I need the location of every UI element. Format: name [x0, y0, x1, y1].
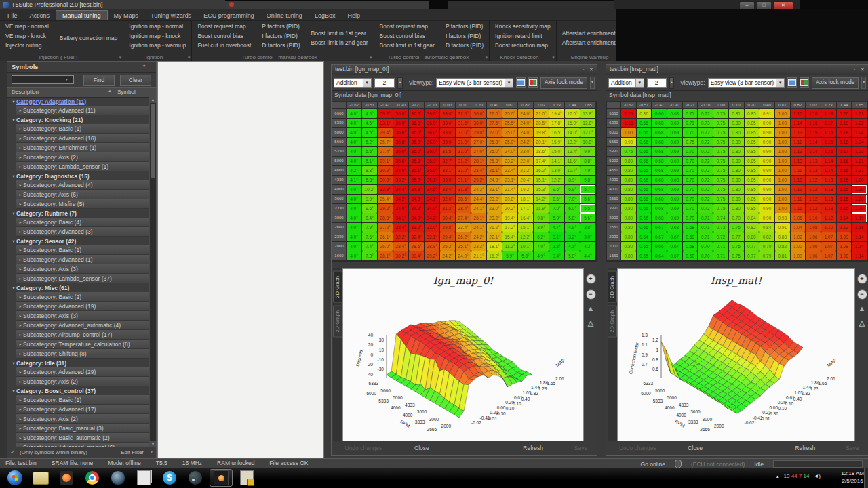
edit-filter-link[interactable]: Edit Filter: [121, 449, 144, 455]
grid-cell[interactable]: 0.90: [760, 147, 774, 156]
grid-cell[interactable]: 1.15: [791, 109, 806, 118]
grid-cell[interactable]: 0.85: [745, 128, 760, 137]
grid-cell[interactable]: 1.08: [837, 242, 852, 251]
zoom-out-icon[interactable]: −: [857, 289, 867, 300]
grid-cell[interactable]: 7.0°: [565, 195, 580, 203]
grid-cell[interactable]: 0.79: [729, 214, 744, 222]
grid-cell[interactable]: 1.25: [621, 109, 636, 118]
close-button[interactable]: Close: [688, 445, 703, 451]
zoom-in-icon[interactable]: +: [586, 274, 596, 284]
grid-cell[interactable]: 0.85: [745, 157, 760, 165]
grid-cell[interactable]: 0.75: [713, 119, 728, 127]
grid-row-header[interactable]: 2660: [332, 223, 346, 232]
tree-item-subcategory-axis-2[interactable]: ▸Subcategory: Axis (2): [16, 152, 149, 162]
grid-cell[interactable]: 1.16: [837, 166, 852, 175]
compare-map-button[interactable]: [528, 77, 538, 88]
tree-item-subcategory-airpump-control-17[interactable]: ▸Subcategory: Airpump_control (17): [16, 330, 149, 340]
grid-cell[interactable]: 2.8°: [549, 242, 564, 251]
grid-cell[interactable]: 29.8°: [440, 223, 455, 232]
close-button[interactable]: Close: [414, 445, 429, 451]
grid-column-header[interactable]: -0.62: [347, 102, 361, 108]
grid-cell[interactable]: 0.66: [637, 147, 652, 156]
grid-cell[interactable]: 0.85: [745, 138, 760, 146]
grid-cell[interactable]: 34.9°: [393, 166, 408, 175]
grid-cell[interactable]: 8.9°: [565, 176, 580, 184]
ribbon-item-knock-sensitivity-map[interactable]: Knock sensitivity map: [494, 23, 552, 30]
grid-row-header[interactable]: 4330: [332, 176, 346, 184]
grid-cell[interactable]: 4.0°: [347, 147, 361, 156]
grid-cell[interactable]: 0.70: [698, 251, 713, 260]
grid-cell[interactable]: 4.2°: [347, 166, 361, 175]
grid-cell[interactable]: 28.4°: [456, 204, 471, 213]
grid-cell[interactable]: 1.11: [791, 195, 806, 203]
grid-cell[interactable]: 36.0°: [393, 119, 408, 127]
menu-tab-actions[interactable]: Actions: [24, 11, 56, 20]
grid-cell[interactable]: 24.4°: [471, 195, 486, 203]
tree-item-subcategory-advanced-19[interactable]: ▸Subcategory: Advanced (19): [16, 302, 149, 311]
grid-cell[interactable]: 1.00: [775, 195, 790, 203]
grid-column-header[interactable]: -0.10: [698, 102, 713, 108]
grid-cell[interactable]: 30.2°: [378, 166, 393, 175]
grid-cell[interactable]: 0.66: [637, 204, 652, 213]
search-dropdown-icon[interactable]: ▾: [66, 77, 68, 81]
grid-column-header[interactable]: 0.40: [487, 102, 502, 108]
grid-cell[interactable]: 1.14: [852, 251, 867, 260]
tree-item-subcategory-advanced-3[interactable]: ▸Subcategory: Advanced (3): [16, 227, 149, 237]
tree-item-category-runtime-7[interactable]: ▾Category: Runtime (7): [8, 209, 149, 218]
grid-cell[interactable]: 0.69: [667, 157, 682, 165]
grid-cell[interactable]: 15.0°: [549, 147, 564, 156]
grid-cell[interactable]: 9.9°: [580, 147, 595, 156]
grid-cell[interactable]: 1.14: [806, 138, 821, 146]
ribbon-item-i-factors-pid[interactable]: I factors (PID): [444, 33, 485, 39]
grid-cell[interactable]: 23.1°: [487, 185, 502, 194]
grid-cell[interactable]: 0.68: [652, 119, 667, 127]
tree-item-subcategory-shifting-8[interactable]: ▸Subcategory: Shifting (8): [16, 349, 149, 359]
grid-cell[interactable]: 8.8°: [362, 166, 377, 175]
grid-cell[interactable]: 0.66: [637, 223, 652, 232]
grid-cell[interactable]: 21.4°: [502, 185, 517, 194]
grid-cell[interactable]: 0.69: [667, 128, 682, 137]
grid-cell[interactable]: 0.70: [683, 157, 698, 165]
grid-cell[interactable]: 0.67: [652, 223, 667, 232]
grid-cell[interactable]: 24.0°: [456, 251, 471, 260]
grid-row-header[interactable]: 6000: [332, 128, 346, 137]
grid-row-header[interactable]: 2000: [332, 242, 346, 251]
grid-column-header[interactable]: 1.44: [837, 102, 852, 108]
grid-cell[interactable]: 0.68: [652, 195, 667, 203]
grid-cell[interactable]: 12.4°: [565, 147, 580, 156]
grid-cell[interactable]: 29.4°: [378, 128, 393, 137]
ribbon-item-p-factors-pid[interactable]: P factors (PID): [260, 23, 301, 30]
grid-cell[interactable]: 1.04: [791, 223, 806, 232]
chevron-down-icon[interactable]: ▼: [635, 79, 644, 87]
grid-cell[interactable]: 24.2°: [471, 232, 486, 241]
grid-cell[interactable]: 20.1°: [534, 138, 549, 146]
grid-cell[interactable]: 1.06: [806, 251, 821, 260]
grid-cell[interactable]: 11.2°: [502, 242, 517, 251]
grid-cell[interactable]: 0.71: [683, 109, 698, 118]
grid-cell[interactable]: 32.7°: [440, 157, 455, 165]
grid-cell[interactable]: 1.14: [837, 214, 852, 222]
grid-cell[interactable]: 30.2°: [393, 251, 408, 260]
grid-column-header[interactable]: -0.21: [683, 102, 698, 108]
skype-icon[interactable]: S: [158, 469, 181, 487]
grid-cell[interactable]: 1.20: [837, 109, 852, 118]
grid-cell[interactable]: 0.75: [713, 109, 728, 118]
tree-item-subcategory-basic-1[interactable]: ▸Subcategory: Basic (1): [16, 245, 149, 255]
grid-cell[interactable]: 3.8°: [580, 223, 595, 232]
chevron-right-icon[interactable]: ▸: [18, 155, 23, 159]
grid-cell[interactable]: 0.70: [683, 128, 698, 137]
grid-cell[interactable]: 29.1°: [378, 157, 393, 165]
grid-cell[interactable]: 4.9°: [534, 251, 549, 260]
toolbar-overflow-icon[interactable]: ▾: [861, 77, 866, 89]
grid-cell[interactable]: 35.9°: [425, 157, 439, 165]
zoom-in-icon[interactable]: +: [857, 274, 867, 284]
grid-cell[interactable]: 0.80: [729, 128, 744, 137]
grid-cell[interactable]: 34.2°: [393, 195, 408, 203]
surface-mode-icon[interactable]: △: [858, 319, 867, 328]
grid-cell[interactable]: 4.5°: [362, 128, 377, 137]
grid-cell[interactable]: 1.08: [837, 251, 852, 260]
grid-cell[interactable]: 0.75: [713, 204, 728, 213]
grid-cell[interactable]: 31.0°: [456, 128, 471, 137]
grid-cell[interactable]: 1.16: [821, 128, 836, 137]
grid-cell[interactable]: 1.15: [821, 147, 836, 156]
